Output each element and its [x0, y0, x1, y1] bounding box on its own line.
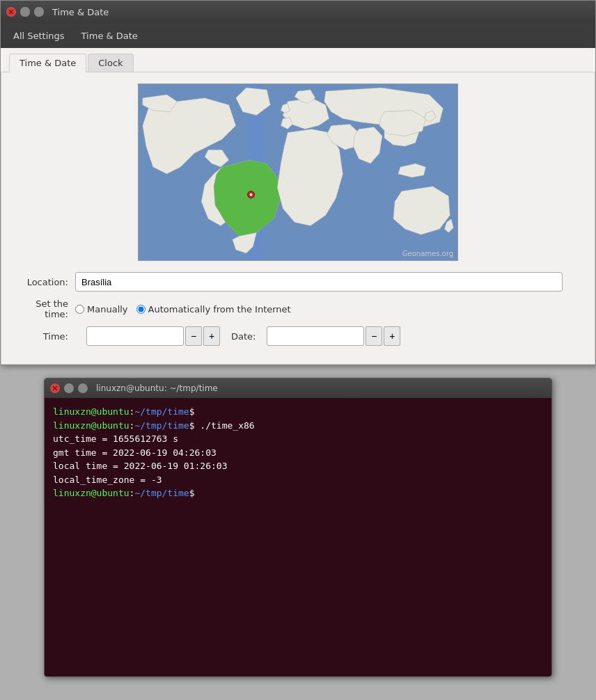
svg-point-33 — [64, 383, 74, 393]
location-label: Location: — [13, 277, 75, 287]
terminal-line-5: local_time_zone = -3 — [53, 473, 543, 487]
terminal-line-6: linuxzn@ubuntu:~/tmp/time$ — [53, 486, 543, 500]
svg-point-3 — [20, 7, 30, 17]
terminal-maximize-icon[interactable] — [78, 383, 88, 393]
auto-radio[interactable] — [136, 305, 146, 314]
time-label: Time: — [13, 331, 75, 342]
location-row: Location: — [13, 272, 583, 292]
time-date-menu[interactable]: Time & Date — [74, 28, 145, 44]
terminal-title: linuxzn@ubuntu: ~/tmp/time — [96, 383, 218, 393]
time-date-row: Time: 01:26:07 AM − + Date: 2022-06-19 −… — [13, 326, 583, 346]
date-spinner: 2022-06-19 − + — [267, 326, 400, 346]
geonames-label: Geonames.org — [402, 250, 453, 257]
svg-point-4 — [34, 7, 44, 17]
tabs-bar: Time & Date Clock — [1, 48, 595, 72]
set-time-label: Set the time: — [13, 299, 75, 319]
auto-option[interactable]: Automatically from the Internet — [136, 304, 291, 315]
time-date-window: Time & Date All Settings Time & Date Tim… — [0, 0, 596, 365]
terminal-line-2: utc_time = 1655612763 s — [53, 432, 543, 446]
time-increment-button[interactable]: + — [203, 326, 220, 346]
terminal-window: linuxzn@ubuntu: ~/tmp/time linuxzn@ubunt… — [44, 378, 552, 677]
maximize-button[interactable] — [34, 7, 44, 17]
terminal-titlebar: linuxzn@ubuntu: ~/tmp/time — [45, 379, 551, 398]
time-spinner: 01:26:07 AM − + — [86, 326, 220, 346]
location-input[interactable] — [75, 272, 563, 292]
svg-point-29 — [250, 193, 253, 196]
titlebar: Time & Date — [1, 1, 595, 23]
manually-radio[interactable] — [75, 305, 84, 314]
all-settings-menu[interactable]: All Settings — [6, 28, 72, 44]
date-decrement-button[interactable]: − — [366, 326, 382, 346]
manually-option[interactable]: Manually — [75, 304, 128, 315]
close-button[interactable] — [6, 7, 16, 17]
terminal-line-0: linuxzn@ubuntu:~/tmp/time$ — [53, 405, 543, 419]
content-area: Geonames.org Location: Set the time: Man… — [1, 72, 595, 365]
tab-clock[interactable]: Clock — [88, 54, 133, 72]
terminal-line-4: local time = 2022-06-19 01:26:03 — [53, 459, 543, 473]
tab-time-date[interactable]: Time & Date — [9, 54, 86, 72]
svg-point-34 — [78, 383, 88, 393]
date-increment-button[interactable]: + — [384, 326, 400, 346]
time-decrement-button[interactable]: − — [185, 326, 202, 346]
time-input[interactable]: 01:26:07 AM — [86, 326, 184, 346]
menubar: All Settings Time & Date — [1, 23, 595, 48]
terminal-line-1: linuxzn@ubuntu:~/tmp/time$ ./time_x86 — [53, 419, 543, 433]
set-time-row: Set the time: Manually Automatically fro… — [13, 299, 583, 319]
auto-label: Automatically from the Internet — [148, 304, 291, 315]
terminal-close-icon[interactable] — [50, 383, 60, 393]
world-map[interactable]: Geonames.org — [138, 83, 458, 261]
terminal-minimize-icon[interactable] — [64, 383, 74, 393]
date-label: Date: — [231, 331, 256, 342]
manually-label: Manually — [87, 304, 128, 315]
terminal-line-3: gmt time = 2022-06-19 04:26:03 — [53, 446, 543, 460]
terminal-body[interactable]: linuxzn@ubuntu:~/tmp/time$ linuxzn@ubunt… — [45, 398, 551, 676]
window-title: Time & Date — [52, 7, 109, 17]
date-input[interactable]: 2022-06-19 — [267, 326, 364, 346]
minimize-button[interactable] — [20, 7, 30, 17]
